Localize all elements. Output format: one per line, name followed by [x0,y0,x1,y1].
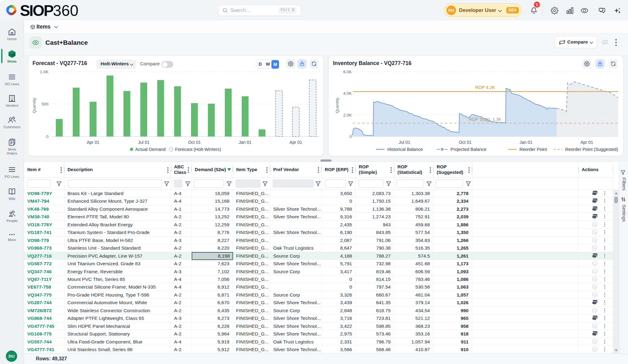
svg-text:Jan 01: Jan 01 [239,140,251,145]
svg-text:Jul 01: Jul 01 [399,140,410,145]
svg-text:Forecast (Holt-Winters): Forecast (Holt-Winters) [175,147,221,152]
svg-text:0: 0 [349,134,352,139]
svg-text:4.0K: 4.0K [343,91,352,96]
svg-text:1.0K: 1.0K [40,70,48,74]
svg-text:2.0K: 2.0K [343,113,352,117]
svg-text:Projected Balance: Projected Balance [450,147,487,152]
svg-text:6.0K: 6.0K [343,70,352,74]
svg-text:Reorder Point (Suggested): Reorder Point (Suggested) [565,147,618,152]
svg-text:Quantity: Quantity [32,98,36,113]
svg-text:Quantity: Quantity [335,98,339,113]
svg-text:Historical Balance: Historical Balance [387,147,423,152]
svg-text:Apr 01: Apr 01 [289,140,302,145]
svg-text:0: 0 [46,134,48,139]
svg-text:Jan 01: Jan 01 [519,140,532,145]
svg-text:Actual Demand: Actual Demand [135,147,166,152]
svg-text:Apr 01: Apr 01 [87,140,99,145]
svg-text:500: 500 [41,102,48,106]
svg-text:Jul 01: Jul 01 [138,140,150,145]
svg-text:ROP Sugg. 1.3K: ROP Sugg. 1.3K [469,117,502,122]
svg-text:ROP 4.2K: ROP 4.2K [475,85,495,90]
svg-text:Reorder Point: Reorder Point [519,147,547,152]
svg-text:Oct 01: Oct 01 [188,140,201,145]
svg-text:Apr 01: Apr 01 [580,140,593,145]
svg-text:Oct 01: Oct 01 [459,140,472,145]
